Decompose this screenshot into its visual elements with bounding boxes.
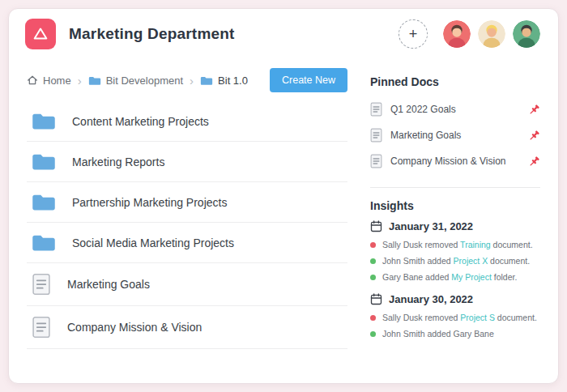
document-icon xyxy=(32,316,51,339)
activity-text-post: document. xyxy=(495,313,537,322)
file-row-document[interactable]: Marketing Goals xyxy=(27,263,347,306)
folder-icon xyxy=(32,111,56,131)
avatar[interactable] xyxy=(443,20,471,48)
file-label: Social Media Marketing Projects xyxy=(72,236,234,249)
activity-link[interactable]: My Project xyxy=(451,272,492,282)
insights-date: January 30, 2022 xyxy=(389,293,473,305)
plus-icon: + xyxy=(409,27,418,41)
pinned-doc-row[interactable]: Q1 2022 Goals xyxy=(370,96,540,122)
folder-icon xyxy=(32,232,56,253)
activity-item: Sally Dusk removed Project S document. xyxy=(370,313,540,322)
pushpin-icon[interactable] xyxy=(528,130,540,142)
pinned-doc-label: Marketing Goals xyxy=(390,130,461,141)
header-actions: + xyxy=(399,19,540,49)
breadcrumb-item-home[interactable]: Home xyxy=(27,75,71,87)
file-row-folder[interactable]: Social Media Marketing Projects xyxy=(27,223,347,263)
activity-text: John Smith added Project X document. xyxy=(382,256,530,266)
activity-text-pre: Gary Bane added xyxy=(382,272,451,282)
avatar[interactable] xyxy=(513,20,540,48)
file-label: Marketing Goals xyxy=(67,278,150,291)
activity-link[interactable]: Project S xyxy=(460,313,495,322)
pinned-doc-row[interactable]: Marketing Goals xyxy=(370,122,540,148)
document-icon xyxy=(370,102,382,117)
activity-text: John Smith added Gary Bane xyxy=(382,329,494,339)
insights-heading: Insights xyxy=(370,199,540,212)
activity-text: Sally Dusk removed Project S document. xyxy=(382,313,537,322)
breadcrumb-label: Bit Development xyxy=(106,75,183,87)
folder-icon xyxy=(32,192,56,212)
sidebar-divider xyxy=(370,187,540,188)
document-icon xyxy=(370,154,382,168)
activity-text-post: document. xyxy=(491,240,533,249)
activity-text-post: document. xyxy=(488,256,530,266)
breadcrumb-item-bit-development[interactable]: Bit Development xyxy=(88,75,183,87)
breadcrumb-row: Home › Bit Development › Bit 1 xyxy=(27,67,347,93)
avatar[interactable] xyxy=(478,20,505,48)
main-column: Home › Bit Development › Bit 1 xyxy=(27,59,370,349)
create-new-button[interactable]: Create New xyxy=(270,68,347,92)
file-label: Marketing Reports xyxy=(72,156,164,168)
app-logo xyxy=(25,19,56,49)
home-icon xyxy=(27,75,38,86)
page-title: Marketing Department xyxy=(69,25,235,43)
activity-text: Sally Dusk removed Training document. xyxy=(382,240,533,249)
pushpin-icon[interactable] xyxy=(528,104,540,116)
activity-item: John Smith added Gary Bane xyxy=(370,329,540,339)
activity-text-post: folder. xyxy=(492,272,518,282)
breadcrumb-label: Bit 1.0 xyxy=(218,75,248,87)
removed-dot-icon xyxy=(370,315,376,321)
folder-icon xyxy=(200,75,213,86)
calendar-icon xyxy=(370,220,382,232)
workspace-header: Marketing Department + xyxy=(9,9,558,59)
added-dot-icon xyxy=(370,275,376,280)
activity-item: Sally Dusk removed Training document. xyxy=(370,240,540,249)
file-label: Partnership Marketing Projects xyxy=(72,196,227,209)
chevron-right-icon: › xyxy=(190,75,194,87)
folder-icon xyxy=(88,75,101,86)
file-label: Company Mission & Vision xyxy=(67,321,202,334)
file-row-folder[interactable]: Content Marketing Projects xyxy=(27,101,347,142)
app-card: Marketing Department + xyxy=(8,8,559,384)
pinned-docs-heading: Pinned Docs xyxy=(370,75,540,88)
file-row-document[interactable]: Company Mission & Vision xyxy=(27,306,347,349)
activity-link[interactable]: Training xyxy=(460,240,491,249)
pinned-doc-label: Company Mission & Vision xyxy=(390,156,506,167)
removed-dot-icon xyxy=(370,242,376,248)
pinned-doc-label: Q1 2022 Goals xyxy=(390,104,456,115)
activity-text: Gary Bane added My Project folder. xyxy=(382,272,517,282)
activity-text-pre: Sally Dusk removed xyxy=(382,313,460,322)
activity-text-pre: John Smith added Gary Bane xyxy=(382,329,494,339)
file-row-folder[interactable]: Partnership Marketing Projects xyxy=(27,182,347,223)
breadcrumb-label: Home xyxy=(43,75,71,87)
activity-item: Gary Bane added My Project folder. xyxy=(370,272,540,282)
insights-date-row: January 31, 2022 xyxy=(370,220,540,232)
added-dot-icon xyxy=(370,331,376,337)
folder-icon xyxy=(32,151,56,172)
breadcrumb: Home › Bit Development › Bit 1 xyxy=(27,75,248,87)
breadcrumb-item-bit-1-0[interactable]: Bit 1.0 xyxy=(200,75,248,87)
activity-text-pre: John Smith added xyxy=(382,256,454,266)
file-row-folder[interactable]: Marketing Reports xyxy=(27,142,347,182)
document-icon xyxy=(370,128,382,143)
document-icon xyxy=(32,273,51,296)
activity-link[interactable]: Project X xyxy=(454,256,488,266)
insights-date: January 31, 2022 xyxy=(389,220,473,232)
insights-group: January 30, 2022 Sally Dusk removed Proj… xyxy=(370,293,540,339)
content-area: Home › Bit Development › Bit 1 xyxy=(9,59,558,349)
insights-group: January 31, 2022 Sally Dusk removed Trai… xyxy=(370,220,540,282)
calendar-icon xyxy=(370,293,382,305)
file-label: Content Marketing Projects xyxy=(72,115,209,128)
added-dot-icon xyxy=(370,258,376,264)
triangle-logo-icon xyxy=(32,25,49,43)
activity-text-pre: Sally Dusk removed xyxy=(382,240,460,249)
sidebar: Pinned Docs Q1 2022 Goals xyxy=(370,59,540,349)
add-member-button[interactable]: + xyxy=(399,19,428,49)
chevron-right-icon: › xyxy=(78,75,82,87)
pushpin-icon[interactable] xyxy=(528,156,540,168)
insights-date-row: January 30, 2022 xyxy=(370,293,540,305)
activity-item: John Smith added Project X document. xyxy=(370,256,540,266)
file-list: Content Marketing Projects Marketing Rep… xyxy=(27,101,347,349)
pinned-doc-row[interactable]: Company Mission & Vision xyxy=(370,148,540,174)
